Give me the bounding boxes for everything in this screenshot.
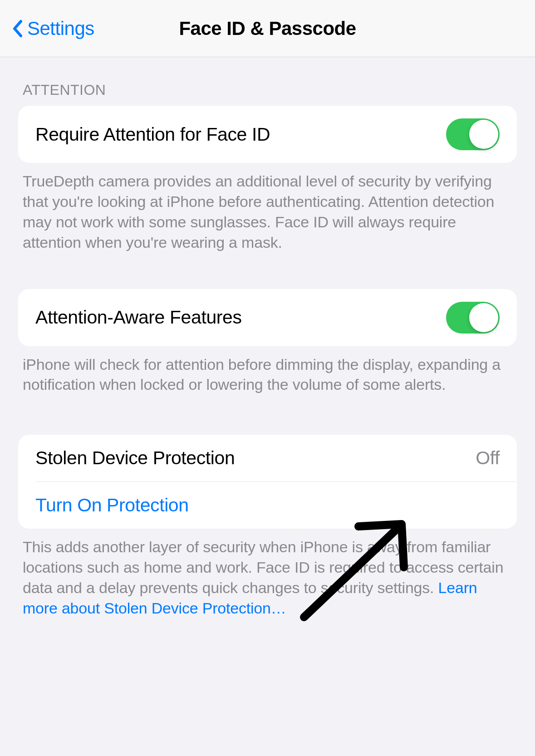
toggle-knob (469, 120, 498, 149)
back-button[interactable]: Settings (11, 18, 94, 39)
navigation-bar: Settings Face ID & Passcode (0, 0, 535, 57)
section-header-attention: ATTENTION (0, 57, 535, 106)
row-turn-on-protection[interactable]: Turn On Protection (18, 482, 517, 529)
row-label-require-attention: Require Attention for Face ID (35, 124, 270, 145)
row-group-attention-aware: Attention-Aware Features (18, 289, 517, 346)
chevron-left-icon (11, 19, 24, 39)
toggle-attention-aware[interactable] (446, 302, 500, 334)
row-label-stolen-device: Stolen Device Protection (35, 447, 235, 469)
row-label-turn-on-protection: Turn On Protection (35, 495, 189, 516)
footer-require-attention: TrueDepth camera provides an additional … (0, 163, 535, 253)
toggle-knob (469, 303, 498, 332)
footer-attention-aware: iPhone will check for attention before d… (0, 346, 535, 395)
row-group-stolen-device: Stolen Device Protection Off Turn On Pro… (18, 435, 517, 529)
row-require-attention: Require Attention for Face ID (18, 106, 517, 163)
footer-stolen-device-text: This adds another layer of security when… (23, 538, 503, 596)
footer-stolen-device: This adds another layer of security when… (0, 529, 535, 619)
row-value-stolen-device: Off (476, 447, 500, 469)
row-attention-aware: Attention-Aware Features (18, 289, 517, 346)
toggle-require-attention[interactable] (446, 118, 500, 150)
page-title: Face ID & Passcode (179, 18, 356, 39)
row-stolen-device-status[interactable]: Stolen Device Protection Off (18, 435, 517, 481)
back-label: Settings (27, 18, 94, 39)
row-group-require-attention: Require Attention for Face ID (18, 106, 517, 163)
row-label-attention-aware: Attention-Aware Features (35, 307, 242, 328)
